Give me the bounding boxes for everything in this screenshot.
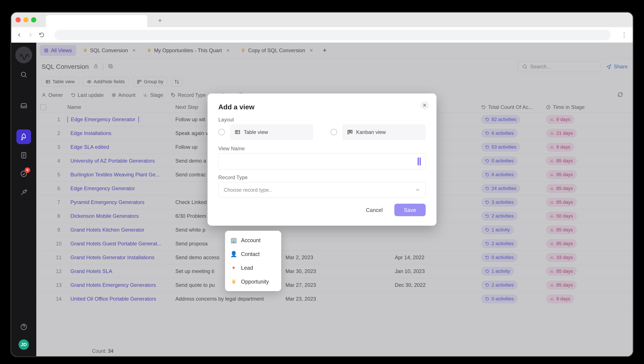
browser-tab[interactable] [46,15,147,27]
chevron-down-icon [415,188,420,192]
traffic-lights [16,17,36,22]
app-sidebar: 6 JD [11,43,36,356]
record-type-label: Record Type [218,174,426,180]
maximize-window-button[interactable] [31,17,36,22]
view-name-label: View Name [218,146,426,152]
tasks-badge: 6 [25,167,30,173]
tasks-icon[interactable]: 6 [17,166,31,181]
settings-wrench-icon[interactable] [17,185,31,200]
help-icon[interactable] [17,320,31,334]
dropdown-item-lead[interactable]: ✦Lead [225,261,281,275]
add-view-modal: ✕ Add a view Layout Table view Kanban vi… [207,94,437,226]
lead-icon: ✦ [230,264,237,271]
dropdown-label: Contact [241,251,260,257]
view-name-input[interactable] [218,153,426,170]
reload-button[interactable] [38,31,45,38]
user-avatar[interactable]: JD [19,340,29,350]
radio-button[interactable] [218,129,225,136]
minimize-window-button[interactable] [23,17,29,22]
dropdown-label: Opportunity [241,278,269,285]
kanban-icon [347,130,353,135]
address-bar[interactable] [54,30,611,40]
browser-chrome-top: + [11,12,633,27]
cancel-button[interactable]: Cancel [356,204,392,216]
search-icon[interactable] [17,67,31,82]
table-view-option[interactable]: Table view [218,124,313,140]
forward-button[interactable] [27,31,34,38]
close-window-button[interactable] [16,17,21,22]
inbox-icon[interactable] [17,98,31,113]
building-icon: 🏢 [230,237,237,244]
back-button[interactable] [16,31,23,38]
save-button[interactable]: Save [394,204,426,216]
dropdown-label: Account [241,237,261,244]
layout-label: Layout [218,117,426,123]
svg-rect-21 [351,130,352,133]
svg-rect-20 [349,130,350,132]
dropdown-item-contact[interactable]: 👤Contact [225,247,281,261]
svg-point-0 [21,72,26,76]
dropdown-item-account[interactable]: 🏢Account [225,233,281,247]
dropdown-item-opportunity[interactable]: ♛Opportunity [225,275,281,288]
notes-icon[interactable] [17,148,31,162]
svg-rect-19 [348,130,349,134]
browser-menu-button[interactable]: ⋮ [620,31,628,38]
record-type-dropdown: 🏢Account 👤Contact ✦Lead ♛Opportunity [225,231,281,291]
contact-icon: 👤 [230,251,237,258]
modal-close-button[interactable]: ✕ [420,101,429,110]
layout-option-label: Kanban view [356,129,386,135]
layout-option-label: Table view [244,129,268,135]
app-logo[interactable] [15,46,32,64]
kanban-view-option[interactable]: Kanban view [331,124,426,140]
rocket-icon[interactable] [17,130,31,144]
dropdown-label: Lead [241,265,253,271]
select-placeholder: Choose record type.. [224,187,272,193]
new-browser-tab-button[interactable]: + [158,17,162,24]
crown-icon: ♛ [230,278,237,285]
radio-button[interactable] [331,129,337,136]
record-type-select[interactable]: Choose record type.. [218,182,426,198]
table-icon [235,130,240,135]
modal-title: Add a view [218,103,426,111]
browser-url-bar: ⋮ [11,27,633,43]
